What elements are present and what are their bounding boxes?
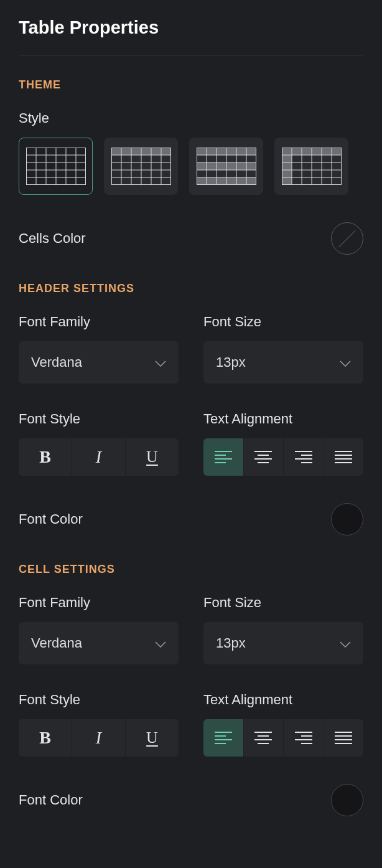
align-center-icon	[254, 450, 272, 464]
table-striped-icon	[197, 148, 256, 185]
header-font-style-label: Font Style	[19, 411, 179, 427]
cell-text-alignment-label: Text Alignment	[203, 692, 363, 708]
header-align-right-button[interactable]	[284, 438, 324, 476]
style-label: Style	[19, 110, 363, 126]
cell-font-size-label: Font Size	[203, 595, 363, 611]
cell-font-family-label: Font Family	[19, 595, 179, 611]
cells-color-well[interactable]	[331, 222, 363, 255]
cell-italic-button[interactable]: I	[72, 719, 126, 757]
header-underline-button[interactable]: U	[126, 438, 179, 476]
header-text-alignment-label: Text Alignment	[203, 411, 363, 427]
cell-bold-button[interactable]: B	[19, 719, 72, 757]
cell-align-left-button[interactable]	[203, 719, 244, 757]
cell-settings-heading: CELL SETTINGS	[19, 563, 363, 576]
header-font-family-label: Font Family	[19, 314, 179, 330]
align-left-icon	[215, 731, 232, 745]
theme-heading: THEME	[19, 78, 363, 92]
chevron-down-icon	[155, 635, 166, 651]
cell-font-style-label: Font Style	[19, 692, 179, 708]
chevron-down-icon	[340, 354, 351, 370]
header-font-family-select[interactable]: Verdana	[19, 341, 179, 384]
cell-align-center-button[interactable]	[244, 719, 284, 757]
header-italic-button[interactable]: I	[72, 438, 126, 476]
underline-icon: U	[146, 448, 158, 466]
header-align-left-button[interactable]	[203, 438, 244, 476]
table-header-icon	[111, 148, 171, 185]
header-align-justify-button[interactable]	[324, 438, 364, 476]
header-settings-heading: HEADER SETTINGS	[19, 282, 363, 295]
cells-color-label: Cells Color	[19, 230, 86, 247]
cell-underline-button[interactable]: U	[126, 719, 179, 757]
align-center-icon	[254, 731, 272, 745]
table-style-header[interactable]	[104, 138, 178, 195]
align-justify-icon	[335, 731, 352, 745]
cell-font-family-select[interactable]: Verdana	[19, 622, 179, 664]
header-bold-button[interactable]: B	[19, 438, 72, 476]
align-right-icon	[295, 450, 312, 464]
cell-font-size-select[interactable]: 13px	[203, 622, 363, 664]
italic-icon: I	[96, 728, 101, 748]
underline-icon: U	[146, 729, 158, 747]
header-font-color-well[interactable]	[331, 503, 363, 535]
italic-icon: I	[96, 447, 101, 467]
cell-align-right-button[interactable]	[284, 719, 324, 757]
header-font-size-value: 13px	[216, 354, 246, 370]
cell-font-color-label: Font Color	[19, 792, 83, 808]
header-font-family-value: Verdana	[31, 354, 82, 370]
header-align-center-button[interactable]	[244, 438, 284, 476]
bold-icon: B	[39, 728, 51, 748]
chevron-down-icon	[340, 635, 351, 651]
cell-font-color-well[interactable]	[331, 784, 363, 816]
bold-icon: B	[39, 447, 51, 467]
cell-font-family-value: Verdana	[31, 635, 82, 651]
align-left-icon	[215, 450, 232, 464]
panel-title: Table Properties	[19, 0, 363, 56]
cell-font-size-value: 13px	[216, 635, 246, 651]
table-grid-icon	[26, 148, 86, 185]
align-right-icon	[295, 731, 312, 745]
cell-align-justify-button[interactable]	[324, 719, 364, 757]
header-font-color-label: Font Color	[19, 511, 83, 527]
chevron-down-icon	[155, 354, 166, 370]
header-font-size-label: Font Size	[203, 314, 363, 330]
align-justify-icon	[335, 450, 352, 464]
table-style-striped[interactable]	[189, 138, 263, 195]
table-column-icon	[282, 148, 342, 185]
header-font-size-select[interactable]: 13px	[203, 341, 363, 384]
table-style-plain[interactable]	[19, 138, 93, 195]
table-style-column[interactable]	[274, 138, 348, 195]
